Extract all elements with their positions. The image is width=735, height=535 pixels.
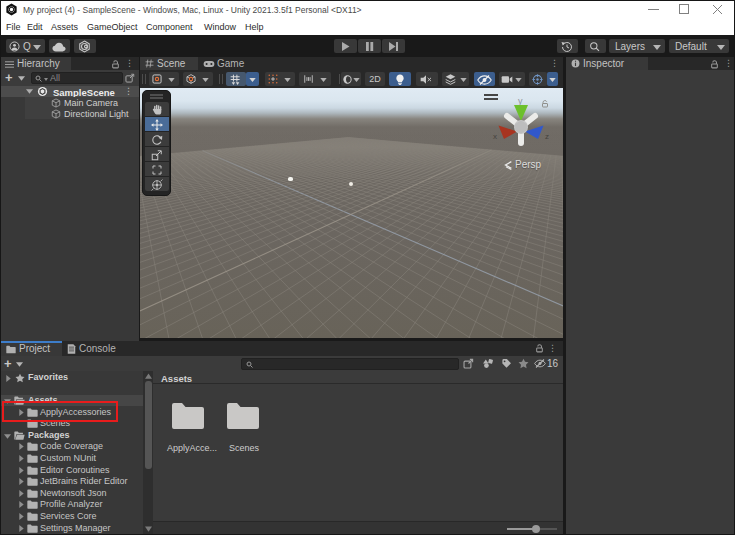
svg-text:z: z (545, 132, 549, 141)
svg-text:x: x (493, 132, 497, 141)
svg-text:y: y (518, 96, 523, 106)
